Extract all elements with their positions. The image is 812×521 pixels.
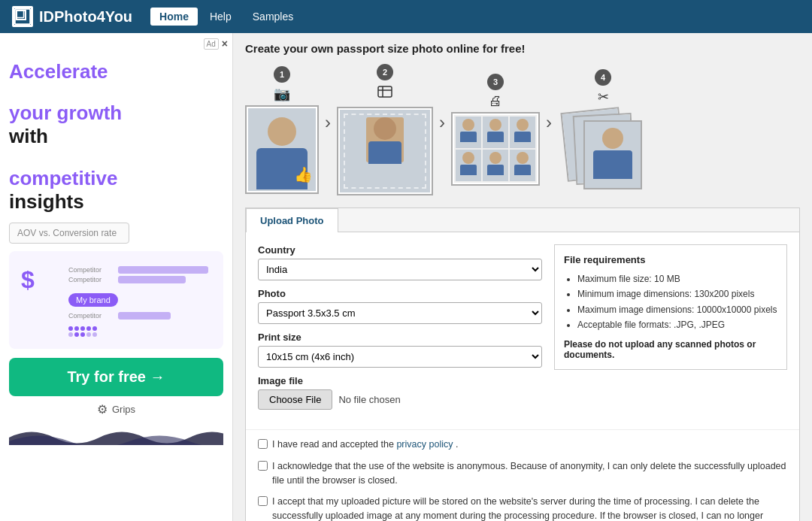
grips-text: Grips — [112, 404, 135, 415]
step-3-image — [451, 112, 540, 186]
wave-area — [9, 423, 223, 445]
ad-currency-icon: $ — [21, 266, 35, 294]
nav-samples[interactable]: Samples — [244, 8, 302, 26]
ad-headline-5: insights — [9, 190, 223, 214]
try-for-free-button[interactable]: Try for free → — [9, 358, 223, 396]
step-4-icon: ✂ — [598, 89, 609, 105]
step-2-icon — [377, 83, 393, 104]
checkbox-row-3: I accept that my uploaded picture will b… — [258, 495, 787, 521]
svg-rect-2 — [378, 86, 392, 97]
grips-label: ⚙ Grips — [9, 402, 223, 416]
country-group: Country India USA UK Germany France Aust… — [258, 244, 542, 280]
step-3: 3 🖨 — [451, 74, 540, 186]
step-1-image: 👍 — [245, 105, 319, 194]
file-req-item-2: Minimum image dimensions: 130x200 pixels — [577, 286, 777, 301]
ad-badge: Ad — [204, 38, 219, 50]
photo-select[interactable]: Passport 3.5x3.5 cm Passport 35x45 mm Vi… — [258, 302, 542, 324]
print-size-group: Print size 10x15 cm (4x6 inch) 13x18 cm … — [258, 332, 542, 368]
chart-row-1: Competitor — [68, 266, 208, 274]
checkbox-2-label: I acknowledge that the use of the websit… — [272, 459, 787, 488]
no-file-text: No file chosen — [338, 394, 400, 405]
step-2: 2 — [337, 64, 433, 195]
checkbox-3-label: I accept that my uploaded picture will b… — [272, 495, 787, 521]
image-file-label: Image file — [258, 375, 542, 386]
page-title: Create your own passport size photo onli… — [245, 42, 800, 55]
ad-close-button[interactable]: × — [222, 38, 228, 50]
chart-row-3: Competitor — [68, 312, 208, 320]
file-requirements: File requirements Maximum file size: 10 … — [554, 244, 787, 370]
privacy-policy-link[interactable]: privacy policy — [396, 439, 453, 450]
main-layout: Ad × Accelerate your growth with competi… — [0, 33, 812, 521]
step-3-icon: 🖨 — [489, 93, 502, 109]
step-3-num: 3 — [487, 74, 504, 90]
print-size-label: Print size — [258, 332, 542, 343]
main-content: Create your own passport size photo onli… — [233, 33, 812, 521]
checkbox-1-label: I have read and accepted the privacy pol… — [272, 438, 458, 452]
chart-label-3: Competitor — [68, 312, 114, 320]
checkbox-row-2: I acknowledge that the use of the websit… — [258, 459, 787, 488]
chart-bar-fill-2 — [118, 276, 186, 283]
svg-rect-1 — [17, 11, 23, 17]
ad-close-area: Ad × — [204, 38, 228, 50]
step-1-icon: 📷 — [274, 86, 290, 102]
form-area: Country India USA UK Germany France Aust… — [246, 232, 799, 429]
chart-label-2: Competitor — [68, 276, 114, 283]
file-req-list: Maximum file size: 10 MB Minimum image d… — [564, 271, 777, 333]
checkboxes-area: I have read and accepted the privacy pol… — [246, 429, 799, 521]
chart-bar-3 — [118, 312, 171, 320]
upload-tab-bar: Upload Photo — [246, 208, 799, 232]
checkbox-2[interactable] — [258, 461, 268, 471]
brand-badge: My brand — [68, 293, 118, 307]
logo-icon — [12, 6, 33, 27]
country-label: Country — [258, 244, 542, 256]
ad-headline-2: your growth — [9, 101, 223, 125]
dot-grid — [68, 326, 208, 337]
arrow-3-4: › — [546, 112, 552, 148]
choose-file-row: Choose File No file chosen — [258, 389, 542, 410]
step-2-num: 2 — [377, 64, 393, 80]
sidebar-ad: Ad × Accelerate your growth with competi… — [0, 33, 233, 521]
ad-chart-area: $ Competitor Competitor My brand — [9, 251, 223, 349]
svg-rect-0 — [15, 9, 30, 24]
logo-text: IDPhoto4You — [39, 8, 132, 26]
step-2-image — [337, 107, 433, 195]
upload-photo-tab[interactable]: Upload Photo — [246, 208, 338, 232]
image-file-group: Image file Choose File No file chosen — [258, 375, 542, 410]
nav-help[interactable]: Help — [201, 8, 241, 26]
checkbox-row-1: I have read and accepted the privacy pol… — [258, 438, 787, 452]
print-size-select[interactable]: 10x15 cm (4x6 inch) 13x18 cm (5x7 inch) … — [258, 346, 542, 368]
choose-file-button[interactable]: Choose File — [258, 389, 332, 410]
photo-label: Photo — [258, 288, 542, 299]
chart-bar-group: Competitor Competitor My brand Competito… — [68, 266, 208, 337]
nav-home[interactable]: Home — [150, 8, 198, 26]
file-req-item-3: Maximum image dimensions: 10000x10000 pi… — [577, 302, 777, 317]
ad-input-mock: AOV vs. Conversion rate — [9, 223, 129, 244]
chart-bar-1 — [118, 266, 208, 274]
chart-row-2: Competitor — [68, 276, 208, 283]
step-1: 1 📷 👍 — [245, 66, 319, 194]
file-req-warning: Please do not upload any scanned photos … — [564, 339, 777, 360]
step-4-num: 4 — [595, 69, 611, 86]
chart-bar-fill-1 — [118, 266, 208, 274]
chart-bar-fill-3 — [118, 312, 171, 320]
country-select[interactable]: India USA UK Germany France Australia — [258, 259, 542, 280]
ad-headline-1: Accelerate — [9, 60, 223, 83]
file-requirements-box: File requirements Maximum file size: 10 … — [554, 244, 787, 417]
checkbox-1[interactable] — [258, 439, 268, 449]
chart-label-1: Competitor — [68, 266, 114, 274]
chart-bar-2 — [118, 276, 186, 283]
step-1-num: 1 — [274, 66, 290, 83]
step-4: 4 ✂ — [558, 69, 648, 191]
stacked-photo-front — [583, 120, 642, 189]
nav: Home Help Samples — [150, 8, 302, 26]
checkbox-3[interactable] — [258, 496, 268, 506]
step-4-stacked-photos — [558, 108, 648, 191]
arrow-1-2: › — [325, 112, 331, 148]
file-req-item-4: Acceptable file formats: .JPG, .JPEG — [577, 317, 777, 332]
header: IDPhoto4You Home Help Samples — [0, 0, 812, 33]
form-left: Country India USA UK Germany France Aust… — [258, 244, 542, 417]
photo-group: Photo Passport 3.5x3.5 cm Passport 35x45… — [258, 288, 542, 324]
arrow-2-3: › — [439, 112, 445, 148]
steps-row: 1 📷 👍 › 2 — [245, 64, 800, 195]
ad-headline-4: competitive — [9, 167, 223, 190]
